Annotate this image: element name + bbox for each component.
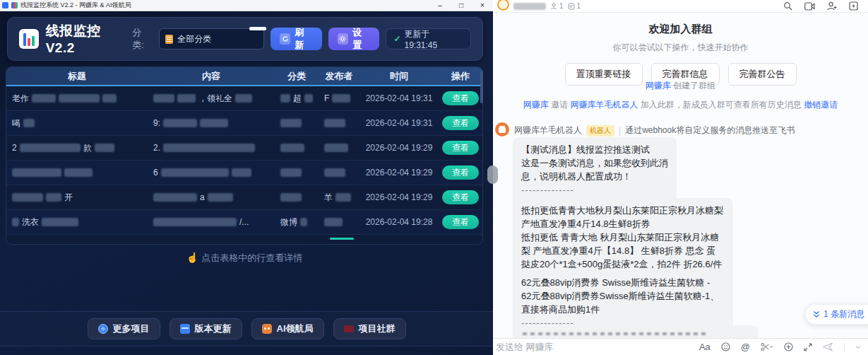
bot-badge: 机器人 <box>586 125 614 136</box>
welcome-block: 欢迎加入群组 你可以尝试以下操作，快速开始协作 置顶重要链接 完善群信息 完善群… <box>493 23 868 86</box>
app-body: 线报监控 V2.2 分类: 全部分类 刷新 <box>0 11 493 355</box>
app-chart-icon <box>11 2 18 8</box>
redacted-dotted-text <box>523 332 706 335</box>
pointing-hand-icon: ☝ <box>186 252 198 263</box>
created-text: 创建了群组 <box>671 81 715 91</box>
cell-time: 2026-02-04 19:29 <box>359 185 439 209</box>
more-projects-button[interactable]: 更多项目 <box>88 318 160 339</box>
table-row[interactable]: 老作 ，领礼全 超 F 2026-02-04 19:31 查看 <box>6 86 482 111</box>
cell-time: 2026-02-04 19:31 <box>359 86 439 110</box>
topic-count[interactable]: 1 <box>568 2 581 10</box>
screen: 线报监控系统 V2.2 - 网赚库 & AI领航局 – □ × 线报监控 V2.… <box>0 0 868 355</box>
table-hint: ☝点击表格中的行查看详情 <box>6 252 483 264</box>
cell-content: /... <box>239 217 249 227</box>
window-title: 线报监控系统 V2.2 - 网赚库 & AI领航局 <box>20 1 131 10</box>
cell-time: 2026-02-04 19:31 <box>359 111 439 135</box>
view-button[interactable]: 查看 <box>442 190 479 204</box>
invitee-link[interactable]: 网赚库羊毛机器人 <box>571 100 638 110</box>
refresh-button[interactable]: 刷新 <box>270 28 322 50</box>
taskbar-app-icon <box>2 2 8 8</box>
text-format-icon[interactable]: Aa <box>699 342 711 352</box>
welcome-subtitle: 你可以尝试以下操作，快速开始协作 <box>493 42 868 54</box>
table-header-row: 标题 内容 分类 发布者 时间 操作 <box>6 67 482 86</box>
divider <box>844 343 845 351</box>
cell-title: 老作 <box>12 93 29 105</box>
view-button[interactable]: 查看 <box>442 141 479 155</box>
settings-button[interactable]: 设置 <box>328 28 380 50</box>
cell-content: 9: <box>153 118 160 128</box>
ai-pilot-label: AI领航局 <box>277 322 314 335</box>
divider: | <box>619 126 621 136</box>
community-button[interactable]: 项目社群 <box>333 318 406 339</box>
expand-icon[interactable] <box>804 343 812 351</box>
maximize-button[interactable]: □ <box>451 0 472 11</box>
creator-link[interactable]: 网赚库 <box>646 81 671 91</box>
table-row[interactable]: 6 2026-02-04 19:29 查看 <box>6 161 482 185</box>
ai-pilot-button[interactable]: AI领航局 <box>251 318 324 339</box>
cell-category: 微博 <box>280 216 297 228</box>
cell-publisher: 羊 <box>324 192 333 204</box>
view-button[interactable]: 查看 <box>442 91 479 105</box>
message-line: 这是一条测试消息，如果您收到此消息，说明机器人配置成功！ <box>521 156 668 183</box>
hint-text: 点击表格中的行查看详情 <box>201 252 302 263</box>
close-button[interactable]: × <box>472 0 493 11</box>
community-label: 项目社群 <box>359 322 396 335</box>
view-button[interactable]: 查看 <box>442 215 479 229</box>
bot-name: 网赚库羊毛机器人 <box>514 124 582 136</box>
view-button[interactable]: 查看 <box>442 116 479 130</box>
col-time: 时间 <box>359 67 439 85</box>
message-line: 62元叠88vip消费券Swisse斯维诗益生菌软糖-1、直接将商品加购1件 <box>521 289 725 316</box>
cell-content: 6 <box>153 168 158 178</box>
cell-title: 洗衣 <box>22 216 39 228</box>
emoji-icon[interactable] <box>721 342 730 351</box>
add-member-icon[interactable] <box>827 1 837 11</box>
revoke-invite-link[interactable]: 撤销邀请 <box>804 100 838 110</box>
category-select[interactable]: 全部分类 <box>159 28 264 50</box>
member-count[interactable]: 1 <box>550 2 564 10</box>
screenshot-scissors-icon[interactable] <box>761 342 773 351</box>
invite-verb: 邀请 <box>549 100 571 110</box>
partial-row <box>6 235 482 242</box>
plus-circle-icon[interactable] <box>784 342 793 351</box>
video-call-icon[interactable] <box>804 2 815 11</box>
cell-time: 2026-02-04 19:29 <box>359 161 439 185</box>
refresh-label: 刷新 <box>295 26 312 52</box>
more-projects-label: 更多项目 <box>113 322 150 335</box>
new-message-badge[interactable]: 1 条新消息 <box>805 304 868 325</box>
table-row[interactable]: 喝 9: 2026-02-04 19:31 查看 <box>6 111 482 136</box>
cell-content: ，领礼全 <box>198 93 232 105</box>
send-options-chevron-icon[interactable] <box>855 345 861 349</box>
search-icon[interactable] <box>783 1 792 11</box>
view-button[interactable]: 查看 <box>442 165 479 180</box>
table-row[interactable]: 2款 2. 2026-02-04 19:29 查看 <box>6 136 482 161</box>
bot-avatar[interactable] <box>495 122 509 136</box>
chat-message-area: 欢迎加入群组 你可以尝试以下操作，快速开始协作 置顶重要链接 完善群信息 完善群… <box>493 13 868 338</box>
cell-title: 2 <box>12 143 17 153</box>
minimize-button[interactable]: – <box>429 0 451 11</box>
category-value: 全部分类 <box>177 33 211 45</box>
deals-table: 标题 内容 分类 发布者 时间 操作 老作 ，领礼全 超 F 2026-02-0… <box>6 66 483 245</box>
message-composer[interactable]: 发送给 网赚库 Aa @ <box>493 338 868 355</box>
cell-title: 开 <box>64 192 73 204</box>
send-icon[interactable] <box>823 342 833 351</box>
window-titlebar: 线报监控系统 V2.2 - 网赚库 & AI领航局 – □ × <box>0 0 493 11</box>
scrollbar-thumb[interactable] <box>480 71 483 103</box>
cell-content: 2. <box>153 143 160 153</box>
box-icon <box>180 324 190 334</box>
cell-title-2: 款 <box>83 142 92 154</box>
table-row[interactable]: 洗衣 /... 微博 2026-02-04 19:28 查看 <box>6 210 482 235</box>
table-row[interactable]: 开 a 羊 2026-02-04 19:29 查看 <box>6 185 482 210</box>
chat-header: 1 1 <box>493 0 868 13</box>
updated-time-label: 更新于 19:31:45 <box>404 28 463 50</box>
mention-icon[interactable]: @ <box>741 342 750 352</box>
app-logo-icon <box>19 29 39 49</box>
group-avatar[interactable] <box>497 0 509 11</box>
system-message-created: 网赚库 创建了群组 <box>493 80 868 92</box>
inviter-link[interactable]: 网赚库 <box>523 100 549 110</box>
app-header: 线报监控 V2.2 分类: 全部分类 刷新 <box>7 17 483 61</box>
category-label: 分类: <box>132 26 153 52</box>
chat-settings-icon[interactable] <box>849 1 858 11</box>
version-update-button[interactable]: 版本更新 <box>170 318 242 339</box>
partial-message-bubble <box>513 325 759 338</box>
sidebar-collapse-handle[interactable] <box>487 165 498 184</box>
